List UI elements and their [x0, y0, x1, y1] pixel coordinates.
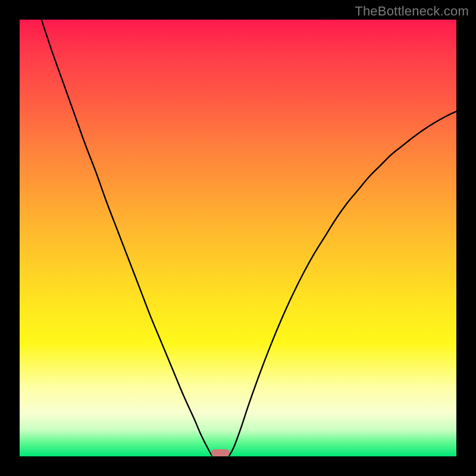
curve-left-branch — [42, 20, 212, 456]
chart-frame: TheBottleneck.com — [0, 0, 476, 476]
curve-right-branch — [229, 111, 456, 455]
watermark-text: TheBottleneck.com — [355, 4, 469, 19]
bottleneck-curve — [20, 20, 456, 456]
minimum-marker — [211, 449, 230, 456]
plot-area — [20, 20, 456, 456]
